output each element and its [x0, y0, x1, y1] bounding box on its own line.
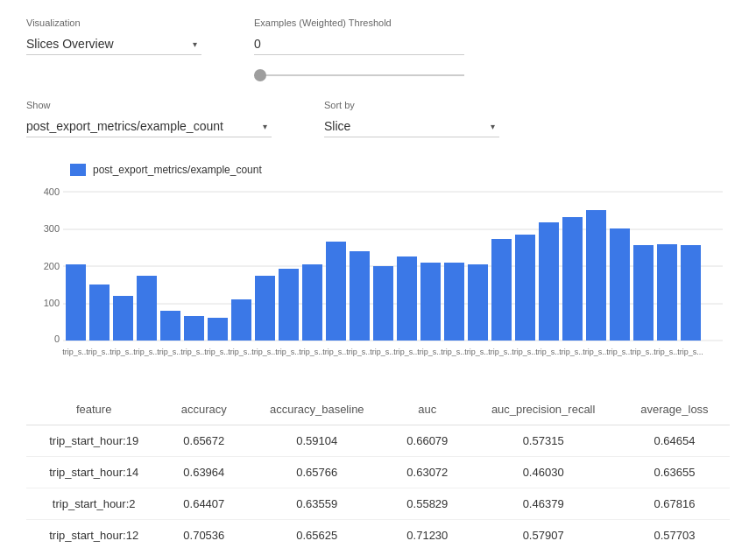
metric-cell: 0.55829	[387, 488, 467, 520]
threshold-control: Examples (Weighted) Threshold	[254, 18, 464, 79]
svg-rect-32	[586, 210, 606, 341]
svg-text:trip_s...: trip_s...	[630, 348, 656, 356]
svg-rect-33	[610, 228, 630, 341]
col-header-auc: auc	[387, 394, 467, 425]
col-header-average-loss: average_loss	[619, 394, 730, 425]
svg-text:trip_s...: trip_s...	[86, 348, 112, 356]
svg-text:trip_s...: trip_s...	[535, 348, 562, 356]
metric-cell: 0.57907	[467, 520, 619, 549]
svg-text:trip_s...: trip_s...	[441, 348, 467, 356]
svg-rect-27	[468, 264, 488, 341]
metric-cell: 0.65766	[246, 457, 387, 488]
svg-text:trip_s...: trip_s...	[677, 348, 703, 356]
svg-rect-16	[208, 318, 228, 341]
svg-rect-29	[515, 235, 535, 341]
svg-text:trip_s...: trip_s...	[583, 348, 609, 356]
col-header-feature: feature	[26, 394, 161, 425]
show-label: Show	[26, 100, 272, 110]
show-control: Show post_export_metrics/example_count ▾	[26, 100, 272, 137]
table-header: feature accuracy accuracy_baseline auc a…	[26, 394, 730, 425]
table-row: trip_start_hour:140.639640.657660.630720…	[26, 457, 730, 488]
svg-text:trip_s...: trip_s...	[228, 348, 254, 356]
svg-text:trip_s...: trip_s...	[393, 348, 420, 356]
col-header-auc-precision-recall: auc_precision_recall	[467, 394, 619, 425]
visualization-label: Visualization	[26, 18, 201, 28]
metric-cell: 0.57703	[619, 520, 730, 549]
metric-cell: 0.59104	[246, 425, 387, 457]
top-controls-row: Visualization Slices Overview ▾ Examples…	[26, 18, 730, 79]
svg-text:trip_s...: trip_s...	[157, 348, 183, 356]
svg-rect-24	[397, 256, 417, 341]
metric-cell: 0.64654	[619, 425, 730, 457]
svg-rect-10	[66, 264, 86, 341]
svg-rect-22	[350, 251, 370, 341]
table-row: trip_start_hour:20.644070.635590.558290.…	[26, 488, 730, 520]
col-header-accuracy: accuracy	[161, 394, 246, 425]
show-dropdown[interactable]: post_export_metrics/example_count ▾	[26, 116, 272, 137]
header-row: feature accuracy accuracy_baseline auc a…	[26, 394, 730, 425]
metric-cell: 0.65625	[246, 520, 387, 549]
svg-text:100: 100	[44, 298, 60, 308]
svg-text:0: 0	[54, 334, 60, 344]
legend-label: post_export_metrics/example_count	[93, 164, 262, 176]
metric-cell: 0.46030	[467, 457, 619, 488]
svg-text:trip_s...: trip_s...	[133, 348, 159, 356]
visualization-value: Slices Overview	[26, 37, 187, 51]
svg-rect-28	[491, 239, 512, 341]
svg-text:trip_s...: trip_s...	[251, 348, 278, 356]
svg-text:trip_s...: trip_s...	[180, 348, 207, 356]
metric-cell: 0.70536	[161, 520, 246, 549]
svg-rect-12	[113, 296, 133, 341]
svg-rect-13	[137, 276, 157, 341]
svg-rect-25	[420, 263, 441, 341]
threshold-label: Examples (Weighted) Threshold	[254, 18, 464, 28]
svg-rect-18	[255, 276, 275, 341]
svg-text:trip_s...: trip_s...	[559, 348, 585, 356]
feature-cell: trip_start_hour:2	[26, 488, 161, 520]
svg-rect-23	[373, 266, 393, 341]
threshold-input[interactable]	[254, 33, 464, 55]
svg-text:trip_s...: trip_s...	[464, 348, 491, 356]
svg-text:trip_s...: trip_s...	[322, 348, 349, 356]
svg-rect-36	[681, 245, 701, 341]
metric-cell: 0.63964	[161, 457, 246, 488]
second-controls-row: Show post_export_metrics/example_count ▾…	[26, 100, 730, 137]
svg-text:trip_s...: trip_s...	[299, 348, 325, 356]
svg-rect-31	[562, 217, 583, 341]
metric-cell: 0.67816	[619, 488, 730, 520]
svg-text:trip_s...: trip_s...	[654, 348, 680, 356]
metric-cell: 0.64407	[161, 488, 246, 520]
table-row: trip_start_hour:190.656720.591040.660790…	[26, 425, 730, 457]
threshold-slider[interactable]	[254, 74, 464, 76]
table-row: trip_start_hour:120.705360.656250.712300…	[26, 520, 730, 549]
metric-cell: 0.57315	[467, 425, 619, 457]
chart-container: post_export_metrics/example_count 400 30…	[26, 155, 730, 373]
svg-text:trip_s...: trip_s...	[370, 348, 396, 356]
svg-rect-17	[231, 299, 251, 341]
svg-text:trip_s...: trip_s...	[606, 348, 632, 356]
svg-text:trip_s...: trip_s...	[275, 348, 301, 356]
svg-rect-14	[160, 311, 180, 341]
sortby-control: Sort by Slice ▾	[324, 100, 499, 137]
page-container: Visualization Slices Overview ▾ Examples…	[0, 0, 756, 548]
sortby-value: Slice	[324, 119, 485, 133]
svg-rect-20	[302, 264, 322, 341]
threshold-slider-container	[254, 66, 464, 79]
svg-text:trip_s...: trip_s...	[346, 348, 372, 356]
legend-color-box	[70, 164, 86, 176]
sortby-arrow-icon: ▾	[485, 119, 499, 133]
metric-cell: 0.66079	[387, 425, 467, 457]
svg-rect-26	[444, 263, 464, 341]
svg-rect-11	[89, 285, 110, 341]
svg-text:trip_s...: trip_s...	[204, 348, 230, 356]
svg-rect-35	[657, 244, 677, 341]
svg-rect-15	[184, 316, 204, 341]
col-header-accuracy-baseline: accuracy_baseline	[246, 394, 387, 425]
chart-svg-container: 400 300 200 100 0	[26, 186, 730, 364]
show-value: post_export_metrics/example_count	[26, 119, 258, 133]
visualization-control: Visualization Slices Overview ▾	[26, 18, 201, 55]
metric-cell: 0.63655	[619, 457, 730, 488]
feature-cell: trip_start_hour:12	[26, 520, 161, 549]
visualization-dropdown[interactable]: Slices Overview ▾	[26, 33, 201, 55]
sortby-dropdown[interactable]: Slice ▾	[324, 116, 499, 137]
